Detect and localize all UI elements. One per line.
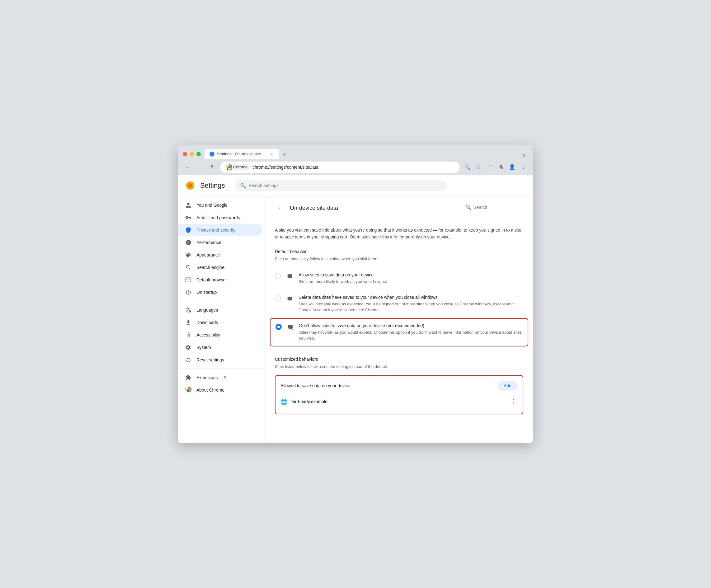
maximize-button[interactable] xyxy=(196,152,201,156)
back-nav-button[interactable]: ← xyxy=(183,162,193,172)
settings-page: Settings 🔍 You and Google xyxy=(178,175,533,443)
sidebar-item-extensions[interactable]: Extensions ⧉ xyxy=(178,371,262,384)
option-dont-allow[interactable]: Don't allow sites to save data on your d… xyxy=(270,318,528,346)
key-icon xyxy=(185,215,191,221)
tab-close-button[interactable]: × xyxy=(269,152,274,157)
shield-icon xyxy=(185,227,191,233)
option-delete-on-close[interactable]: Delete data sites have saved to your dev… xyxy=(275,290,523,318)
sidebar-item-default-browser[interactable]: Default browser xyxy=(178,274,262,286)
sidebar-item-you-and-google[interactable]: You and Google xyxy=(178,199,262,211)
settings-body: You and Google Autofill and passwords Pr… xyxy=(178,196,533,443)
system-icon xyxy=(185,344,191,350)
person-icon xyxy=(185,202,191,208)
sidebar-item-languages[interactable]: Languages xyxy=(178,304,262,316)
palette-icon xyxy=(185,252,191,258)
sidebar-label-downloads: Downloads xyxy=(196,320,218,325)
panel-search-input[interactable] xyxy=(473,205,523,210)
sidebar-label-search-engine: Search engine xyxy=(196,265,224,270)
traffic-lights xyxy=(183,152,201,156)
site-menu-button[interactable]: ⋮ xyxy=(510,397,518,406)
tabs-bar: Settings - On-device site da... × + ∨ xyxy=(204,149,528,159)
chrome-logo-icon xyxy=(226,165,232,170)
option-delete-desc: Sites will probably work as expected. Yo… xyxy=(299,301,523,313)
sidebar-item-search-engine[interactable]: Search engine xyxy=(178,261,262,274)
sidebar-item-autofill[interactable]: Autofill and passwords xyxy=(178,211,262,224)
translate-icon xyxy=(185,307,191,313)
radio-dont-allow[interactable] xyxy=(276,324,282,330)
tab-expand-button[interactable]: ∨ xyxy=(520,152,528,159)
flask-icon[interactable]: ⚗ xyxy=(496,162,506,172)
radio-delete-on-close[interactable] xyxy=(275,296,281,302)
extension-nav-icon xyxy=(185,374,191,381)
sidebar-label-system: System xyxy=(196,345,211,350)
settings-logo-icon xyxy=(185,180,195,191)
search-icon xyxy=(185,264,191,270)
minimize-button[interactable] xyxy=(190,152,194,156)
add-button[interactable]: Add xyxy=(497,381,518,391)
option-delete-title: Delete data sites have saved to your dev… xyxy=(299,295,523,300)
url-display: chrome://settings/content/siteData xyxy=(253,165,455,170)
download-icon xyxy=(185,319,191,326)
panel-search-icon: 🔍 xyxy=(466,204,472,211)
sidebar-item-system[interactable]: System xyxy=(178,341,262,354)
sidebar-label-on-startup: On startup xyxy=(196,290,217,295)
sidebar-label-autofill: Autofill and passwords xyxy=(196,215,240,220)
globe-icon: 🌐 xyxy=(280,398,287,405)
tab-favicon xyxy=(210,152,214,157)
option-delete-text: Delete data sites have saved to your dev… xyxy=(299,295,523,313)
site-entry-left: 🌐 third-party.example xyxy=(280,398,327,405)
section-divider xyxy=(275,349,523,349)
nav-icons: 🔍 ☆ ⬚ ⚗ 👤 ⋮ xyxy=(462,162,528,172)
panel-content: A site you visit can save info about wha… xyxy=(265,219,533,422)
settings-search-bar[interactable]: 🔍 xyxy=(235,180,447,191)
chrome-badge: Chrome xyxy=(225,164,250,171)
site-name: third-party.example xyxy=(290,399,327,404)
option-dont-allow-desc: Sites may not work as you would expect. … xyxy=(299,329,523,342)
new-tab-button[interactable]: + xyxy=(280,150,288,159)
forward-nav-button[interactable]: → xyxy=(195,162,205,172)
customized-section: Customized behaviors Sites listed below … xyxy=(275,357,523,414)
nav-bar: ← → ↻ Chrome chrome://settings/content/s… xyxy=(178,159,533,175)
customized-label: Customized behaviors xyxy=(275,357,523,362)
sidebar-label-about-chrome: About Chrome xyxy=(196,388,224,393)
sidebar-label-appearance: Appearance xyxy=(196,253,220,257)
bookmark-icon[interactable]: ☆ xyxy=(473,162,483,172)
sidebar-item-privacy[interactable]: Privacy and security xyxy=(178,224,262,236)
sidebar-item-reset[interactable]: Reset settings xyxy=(178,354,262,366)
sidebar-divider-2 xyxy=(178,369,265,369)
option-allow-text: Allow sites to save data on your device … xyxy=(299,273,523,285)
chrome-badge-label: Chrome xyxy=(233,165,247,169)
sidebar-label-performance: Performance xyxy=(196,240,221,245)
sidebar-item-about-chrome[interactable]: About Chrome xyxy=(178,384,262,396)
browser-icon xyxy=(185,277,191,283)
menu-icon[interactable]: ⋮ xyxy=(518,162,528,172)
panel-search-bar[interactable]: 🔍 xyxy=(466,204,523,212)
settings-search-icon: 🔍 xyxy=(240,183,246,189)
sidebar-item-on-startup[interactable]: On startup xyxy=(178,286,262,299)
sidebar-item-downloads[interactable]: Downloads xyxy=(178,316,262,329)
panel-description: A site you visit can save info about wha… xyxy=(275,226,523,241)
settings-header: Settings 🔍 xyxy=(178,175,533,196)
option-allow[interactable]: Allow sites to save data on your device … xyxy=(275,267,523,290)
search-nav-icon[interactable]: 🔍 xyxy=(462,162,472,172)
sidebar-item-performance[interactable]: Performance xyxy=(178,236,262,249)
settings-title: Settings xyxy=(200,181,225,190)
extension-icon[interactable]: ⬚ xyxy=(485,162,495,172)
address-bar[interactable]: Chrome chrome://settings/content/siteDat… xyxy=(220,161,460,173)
account-icon[interactable]: 👤 xyxy=(507,162,517,172)
reset-icon xyxy=(185,357,191,363)
sidebar-label-default-browser: Default browser xyxy=(196,277,227,282)
radio-allow[interactable] xyxy=(275,273,281,279)
svg-rect-4 xyxy=(186,278,191,282)
external-link-icon: ⧉ xyxy=(224,375,226,379)
panel-back-button[interactable]: ← xyxy=(275,203,286,214)
sidebar-label-privacy: Privacy and security xyxy=(196,227,235,233)
refresh-button[interactable]: ↻ xyxy=(208,162,218,172)
allowed-box: Allowed to save data on your device Add … xyxy=(275,375,523,414)
sidebar-item-accessibility[interactable]: Accessibility xyxy=(178,329,262,341)
sidebar-item-appearance[interactable]: Appearance xyxy=(178,249,262,261)
close-button[interactable] xyxy=(183,152,187,156)
active-tab[interactable]: Settings - On-device site da... × xyxy=(204,149,279,159)
settings-search-input[interactable] xyxy=(249,183,442,188)
gauge-icon xyxy=(185,239,191,246)
